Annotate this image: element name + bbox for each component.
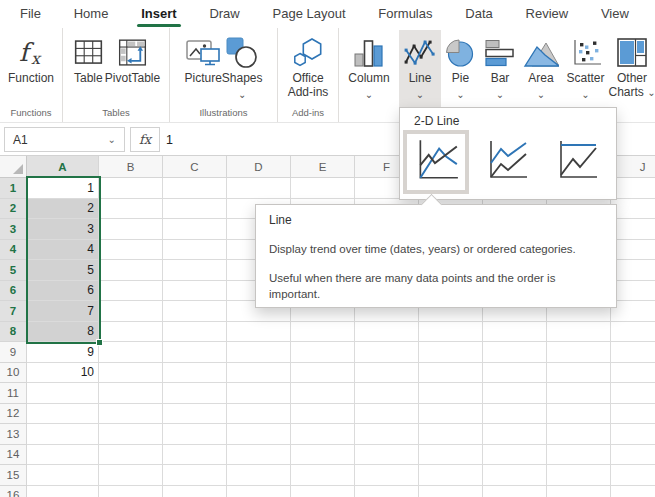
column-chart-button[interactable]: Column ⌄ — [339, 30, 399, 111]
cell-C1[interactable] — [163, 178, 227, 199]
cell-C11[interactable] — [163, 383, 227, 404]
cell-C14[interactable] — [163, 445, 227, 466]
cell-B10[interactable] — [99, 363, 163, 384]
row-header-13[interactable]: 13 — [0, 424, 27, 445]
cell-A13[interactable] — [27, 424, 99, 445]
cell-A5[interactable]: 5 — [27, 260, 99, 281]
bar-dropdown-chevron-icon[interactable]: ⌄ — [496, 90, 504, 102]
area-chart-button[interactable]: Area ⌄ — [520, 30, 562, 111]
cell-G10[interactable] — [419, 363, 483, 384]
column-header-B[interactable]: B — [99, 156, 163, 178]
cell-I15[interactable] — [547, 465, 611, 486]
cell-F15[interactable] — [355, 465, 419, 486]
cell-B8[interactable] — [99, 322, 163, 343]
bar-chart-button[interactable]: Bar ⌄ — [480, 30, 520, 111]
cell-C5[interactable] — [163, 260, 227, 281]
cell-E12[interactable] — [291, 404, 355, 425]
row-header-2[interactable]: 2 — [0, 199, 27, 220]
column-header-A[interactable]: A — [27, 156, 99, 178]
other-charts-button[interactable]: Other Charts ⌄ — [609, 30, 655, 111]
cell-F16[interactable] — [355, 486, 419, 497]
cell-G16[interactable] — [419, 486, 483, 497]
cell-E14[interactable] — [291, 445, 355, 466]
cell-J4[interactable] — [611, 240, 655, 261]
cell-B6[interactable] — [99, 281, 163, 302]
hundred-percent-stacked-line-chart-option[interactable] — [552, 139, 600, 185]
cell-J12[interactable] — [611, 404, 655, 425]
cell-B15[interactable] — [99, 465, 163, 486]
menu-tab-insert[interactable]: Insert — [139, 1, 178, 28]
cell-J10[interactable] — [611, 363, 655, 384]
cell-E15[interactable] — [291, 465, 355, 486]
name-box-chevron-icon[interactable]: ⌄ — [108, 134, 116, 145]
cell-A15[interactable] — [27, 465, 99, 486]
cell-G15[interactable] — [419, 465, 483, 486]
cell-J6[interactable] — [611, 281, 655, 302]
column-header-C[interactable]: C — [163, 156, 227, 178]
cell-F12[interactable] — [355, 404, 419, 425]
cell-J13[interactable] — [611, 424, 655, 445]
column-dropdown-chevron-icon[interactable]: ⌄ — [365, 90, 373, 102]
cell-C8[interactable] — [163, 322, 227, 343]
cell-B5[interactable] — [99, 260, 163, 281]
cell-A8[interactable]: 8 — [27, 322, 99, 343]
cell-A4[interactable]: 4 — [27, 240, 99, 261]
menu-tab-page-layout[interactable]: Page Layout — [271, 1, 348, 28]
cell-I8[interactable] — [547, 322, 611, 343]
cell-F8[interactable] — [355, 322, 419, 343]
row-header-3[interactable]: 3 — [0, 219, 27, 240]
stacked-line-chart-option[interactable] — [482, 139, 530, 185]
cell-I11[interactable] — [547, 383, 611, 404]
cell-F10[interactable] — [355, 363, 419, 384]
area-dropdown-chevron-icon[interactable]: ⌄ — [537, 90, 545, 102]
row-header-16[interactable]: 16 — [0, 486, 27, 497]
line-chart-button[interactable]: Line ⌄ — [399, 30, 441, 111]
row-header-14[interactable]: 14 — [0, 445, 27, 466]
column-header-J[interactable]: J — [611, 156, 655, 178]
row-header-7[interactable]: 7 — [0, 301, 27, 322]
cell-H11[interactable] — [483, 383, 547, 404]
cell-I13[interactable] — [547, 424, 611, 445]
cell-F11[interactable] — [355, 383, 419, 404]
cell-B11[interactable] — [99, 383, 163, 404]
cell-D1[interactable] — [227, 178, 291, 199]
cell-E9[interactable] — [291, 342, 355, 363]
cell-J5[interactable] — [611, 260, 655, 281]
cell-E16[interactable] — [291, 486, 355, 497]
cell-D9[interactable] — [227, 342, 291, 363]
cell-B14[interactable] — [99, 445, 163, 466]
name-box[interactable]: A1 ⌄ — [4, 127, 125, 152]
cell-B12[interactable] — [99, 404, 163, 425]
menu-tab-home[interactable]: Home — [72, 1, 111, 28]
line-chart-option[interactable] — [403, 130, 469, 194]
table-button[interactable]: Table — [72, 30, 105, 86]
cell-J1[interactable] — [611, 178, 655, 199]
cell-B16[interactable] — [99, 486, 163, 497]
cell-J15[interactable] — [611, 465, 655, 486]
cell-C3[interactable] — [163, 219, 227, 240]
cell-D10[interactable] — [227, 363, 291, 384]
menu-tab-draw[interactable]: Draw — [207, 1, 241, 28]
column-header-E[interactable]: E — [291, 156, 355, 178]
cell-J11[interactable] — [611, 383, 655, 404]
cell-C12[interactable] — [163, 404, 227, 425]
cell-D14[interactable] — [227, 445, 291, 466]
cell-G14[interactable] — [419, 445, 483, 466]
cell-F13[interactable] — [355, 424, 419, 445]
cell-A2[interactable]: 2 — [27, 199, 99, 220]
cell-F14[interactable] — [355, 445, 419, 466]
cell-I10[interactable] — [547, 363, 611, 384]
function-button[interactable]: fx Function — [8, 30, 54, 86]
cell-G11[interactable] — [419, 383, 483, 404]
row-header-6[interactable]: 6 — [0, 281, 27, 302]
cell-E10[interactable] — [291, 363, 355, 384]
row-header-5[interactable]: 5 — [0, 260, 27, 281]
cell-C2[interactable] — [163, 199, 227, 220]
cell-J16[interactable] — [611, 486, 655, 497]
cell-H9[interactable] — [483, 342, 547, 363]
pie-chart-button[interactable]: Pie ⌄ — [441, 30, 480, 111]
cell-H14[interactable] — [483, 445, 547, 466]
cell-H10[interactable] — [483, 363, 547, 384]
row-header-9[interactable]: 9 — [0, 342, 27, 363]
row-header-4[interactable]: 4 — [0, 240, 27, 261]
